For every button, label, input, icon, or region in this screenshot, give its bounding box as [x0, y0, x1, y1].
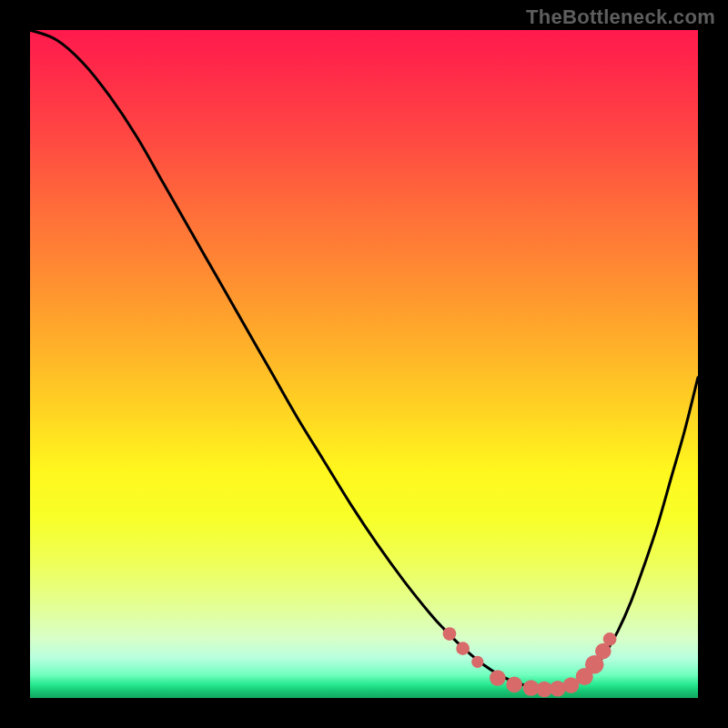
- data-curve: [30, 30, 698, 690]
- marker-1: [443, 627, 457, 641]
- marker-3: [471, 656, 483, 668]
- chart-container: TheBottleneck.com: [0, 0, 728, 728]
- marker-group: [443, 627, 617, 697]
- bottleneck-curve: [30, 30, 698, 690]
- marker-2: [456, 642, 470, 655]
- marker-8: [550, 681, 566, 697]
- marker-13: [603, 632, 617, 646]
- curve-svg: [0, 0, 728, 728]
- marker-4: [490, 670, 506, 686]
- marker-5: [506, 677, 522, 693]
- watermark-text: TheBottleneck.com: [526, 5, 715, 29]
